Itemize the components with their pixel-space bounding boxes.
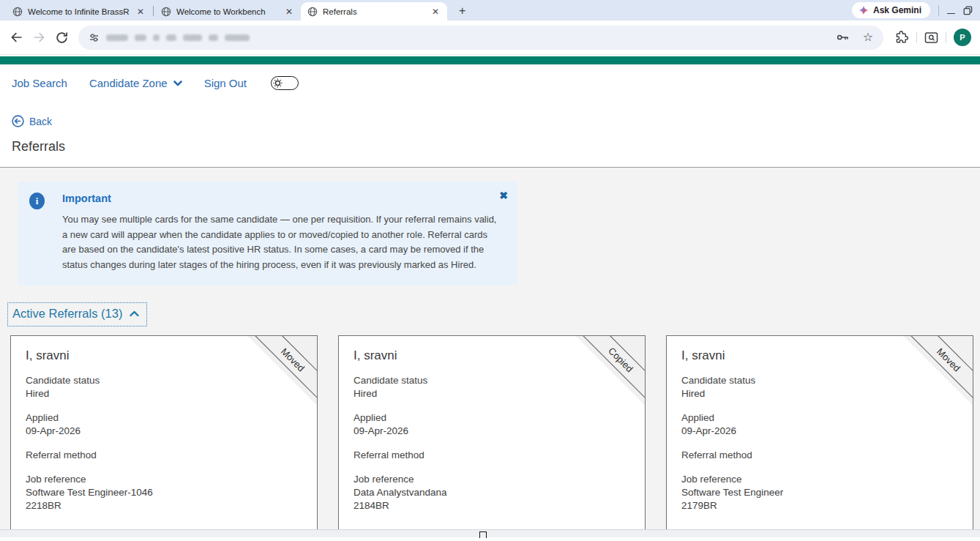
field-label: Applied [26,411,302,425]
globe-icon [161,7,171,17]
field-value: Software Test Engineer-1046 [26,486,302,499]
tab-strip: Welcome to Infinite BrassRing ✕ Welcome … [0,0,980,20]
mouse-cursor [479,531,487,538]
notice-title: Important [62,193,505,204]
toolbar-right: P [891,29,973,46]
field-label: Referral method [354,449,630,462]
reload-icon[interactable] [53,29,71,47]
divider [938,5,939,16]
close-icon[interactable]: ✖ [499,190,508,201]
site-settings-tune-icon[interactable] [89,32,100,43]
close-icon[interactable]: ✕ [135,7,146,17]
back-link[interactable]: Back [12,115,980,127]
page-title: Referrals [12,139,980,154]
side-panel-search-icon[interactable] [924,31,938,44]
important-notice: i Important You may see multiple cards f… [18,182,518,286]
close-icon[interactable]: ✕ [430,7,441,17]
tab-title: Referrals [323,7,424,16]
tab-welcome-brassring[interactable]: Welcome to Infinite BrassRing ✕ [6,2,152,20]
referral-card: Moved I, sravni Candidate status Hired A… [666,335,973,529]
site-nav: Job Search Candidate Zone Sign Out [12,76,980,90]
url-redacted [225,34,250,41]
minimize-icon[interactable] [947,4,955,17]
url-redacted [106,34,128,41]
field-label: Referral method [26,449,302,462]
address-bar[interactable]: ☆ [78,26,883,50]
gemini-icon [859,5,869,15]
restore-window-icon[interactable] [963,6,973,15]
ask-gemini-label: Ask Gemini [873,5,921,15]
url-redacted [135,34,146,41]
ribbon-label: Moved [906,335,973,402]
field-job-reference: Job reference Data Analystvandana 2184BR [354,473,630,512]
close-icon[interactable]: ✕ [283,7,295,17]
bookmark-star-icon[interactable]: ☆ [863,31,873,43]
field-applied: Applied 09-Apr-2026 [26,411,302,438]
bottom-strip [0,529,980,537]
theme-toggle[interactable] [271,76,299,90]
field-value: 09-Apr-2026 [354,425,630,438]
info-icon: i [29,193,45,209]
field-value: Software Test Engineer [681,486,958,499]
window-controls: Ask Gemini [852,0,980,20]
ribbon-label: Copied [578,335,646,402]
field-value: 2218BR [26,499,302,512]
nav-job-search[interactable]: Job Search [12,77,67,89]
globe-icon [12,7,23,17]
divider [916,32,917,43]
back-nav-icon[interactable] [7,29,26,46]
tab-title: Welcome to Workbench [176,7,278,16]
tab-title: Welcome to Infinite BrassRing [28,7,130,16]
field-label: Job reference [681,473,958,486]
password-key-icon[interactable] [837,32,850,42]
brand-color-bar [0,56,980,64]
referral-card: Copied I, sravni Candidate status Hired … [338,335,646,529]
browser-toolbar: ☆ P [0,20,980,55]
referral-card: Moved I, sravni Candidate status Hired A… [10,335,318,529]
tab-separator [153,6,154,16]
field-referral-method: Referral method [26,449,302,462]
tab-welcome-workbench[interactable]: Welcome to Workbench ✕ [154,2,301,20]
field-label: Job reference [26,473,302,486]
url-redacted [153,34,160,41]
nav-candidate-zone[interactable]: Candidate Zone [89,77,182,89]
globe-icon [307,7,318,17]
nav-sign-out[interactable]: Sign Out [204,77,247,89]
sun-icon [273,78,283,88]
field-value: 09-Apr-2026 [26,425,302,438]
extensions-icon[interactable] [895,31,909,45]
field-label: Job reference [354,473,630,486]
field-applied: Applied 09-Apr-2026 [354,411,630,438]
field-value: 2179BR [681,499,958,512]
new-tab-button[interactable]: + [455,4,470,18]
nav-candidate-zone-label: Candidate Zone [89,77,168,89]
active-referrals-toggle[interactable]: Active Referrals (13) [7,302,147,327]
notice-body: You may see multiple cards for the same … [62,212,501,272]
field-job-reference: Job reference Software Test Engineer 217… [681,473,958,512]
url-redacted [209,34,218,41]
field-applied: Applied 09-Apr-2026 [681,411,958,438]
field-value: 09-Apr-2026 [681,425,958,438]
section-label: Active Referrals (13) [12,307,122,321]
url-redacted [166,34,176,41]
url-redacted [183,34,202,41]
chevron-up-icon [130,310,139,317]
ribbon-corner: Moved [903,335,973,406]
tab-referrals-active[interactable]: Referrals ✕ [301,2,447,20]
ribbon-label: Moved [250,335,318,402]
chevron-down-icon [173,81,182,86]
field-referral-method: Referral method [354,449,630,462]
field-label: Referral method [681,449,958,462]
field-label: Applied [354,411,630,425]
ask-gemini-button[interactable]: Ask Gemini [852,2,930,18]
field-value: 2184BR [354,499,630,512]
field-job-reference: Job reference Software Test Engineer-104… [26,473,302,512]
divider [946,32,946,43]
back-label: Back [29,116,52,127]
ribbon-corner: Copied [575,335,646,406]
back-circle-icon [12,115,24,127]
profile-avatar[interactable]: P [954,29,971,46]
forward-nav-icon[interactable] [30,29,48,46]
field-label: Applied [681,411,958,425]
referral-cards: Moved I, sravni Candidate status Hired A… [10,335,980,529]
